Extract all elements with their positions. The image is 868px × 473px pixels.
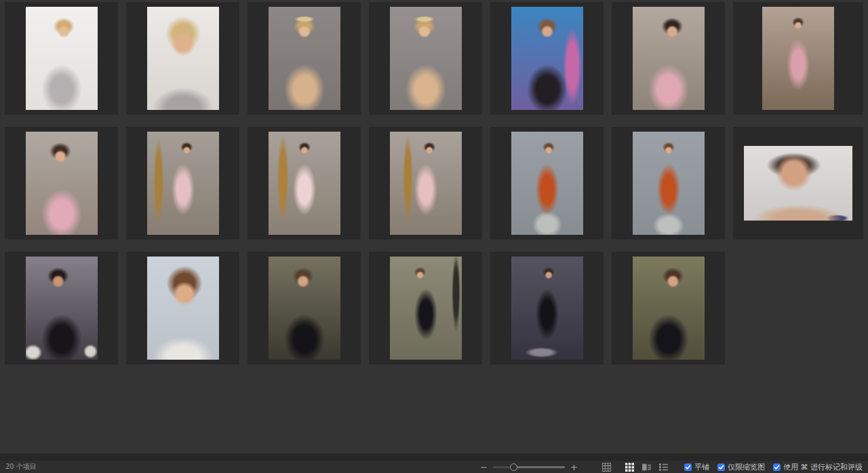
status-bar: 20 个项目 − + 平铺仅限缩览图使用 ⌘ 进行标记和评级 bbox=[0, 461, 868, 473]
photo-thumbnail[interactable] bbox=[633, 257, 705, 360]
photo-tile[interactable] bbox=[5, 127, 118, 240]
photo-thumbnail[interactable] bbox=[269, 7, 340, 110]
checkbox-icon bbox=[717, 463, 725, 471]
photo-thumbnail[interactable] bbox=[390, 132, 462, 235]
photo-thumbnail[interactable] bbox=[26, 257, 98, 360]
photo-tile[interactable] bbox=[126, 2, 239, 115]
grid-view-icon[interactable] bbox=[623, 462, 636, 472]
photo-tile[interactable] bbox=[369, 127, 482, 240]
zoom-out-button[interactable]: − bbox=[477, 463, 490, 472]
photo-thumbnail[interactable] bbox=[390, 257, 462, 360]
photo-tile[interactable] bbox=[248, 252, 361, 364]
checkbox-label: 使用 ⌘ 进行标记和评级 bbox=[783, 462, 863, 472]
photo-thumbnail[interactable] bbox=[390, 7, 462, 110]
photo-tile[interactable] bbox=[369, 252, 482, 364]
slider-knob[interactable] bbox=[510, 463, 517, 471]
photo-tile[interactable] bbox=[612, 252, 725, 364]
slider-track[interactable] bbox=[493, 466, 565, 468]
photo-thumbnail[interactable] bbox=[147, 257, 219, 360]
photo-grid bbox=[5, 2, 863, 364]
photo-tile[interactable] bbox=[126, 127, 239, 240]
checkbox-option-2[interactable]: 仅限缩览图 bbox=[717, 462, 765, 472]
photo-tile[interactable] bbox=[490, 2, 604, 115]
thumbnail-size-slider[interactable] bbox=[493, 463, 565, 471]
photo-thumbnail[interactable] bbox=[269, 257, 340, 360]
photo-thumbnail[interactable] bbox=[26, 7, 98, 110]
checkbox-label: 平铺 bbox=[694, 462, 709, 472]
photo-thumbnail[interactable] bbox=[633, 132, 705, 235]
photo-tile[interactable] bbox=[733, 2, 863, 115]
photo-tile[interactable] bbox=[5, 252, 118, 364]
photo-tile[interactable] bbox=[733, 127, 863, 240]
photo-tile[interactable] bbox=[248, 2, 361, 115]
photo-thumbnail[interactable] bbox=[633, 7, 705, 110]
view-mode-buttons bbox=[598, 462, 672, 472]
photo-thumbnail[interactable] bbox=[269, 132, 340, 235]
content-view-icon[interactable] bbox=[640, 462, 653, 472]
checkbox-icon bbox=[773, 463, 781, 471]
photo-thumbnail[interactable] bbox=[26, 132, 98, 235]
option-checkboxes: 平铺仅限缩览图使用 ⌘ 进行标记和评级 bbox=[684, 462, 863, 472]
checkbox-icon bbox=[684, 463, 692, 471]
grid-layout-icon[interactable] bbox=[600, 462, 613, 472]
photo-tile[interactable] bbox=[126, 252, 239, 364]
photo-tile[interactable] bbox=[248, 127, 361, 240]
photo-thumbnail[interactable] bbox=[511, 132, 583, 235]
photo-tile[interactable] bbox=[490, 252, 604, 364]
checkbox-option-3[interactable]: 使用 ⌘ 进行标记和评级 bbox=[773, 462, 863, 472]
photo-thumbnail[interactable] bbox=[762, 7, 834, 110]
list-view-icon[interactable] bbox=[657, 462, 670, 472]
photo-tile[interactable] bbox=[490, 127, 604, 240]
photo-tile[interactable] bbox=[612, 2, 725, 115]
zoom-in-button[interactable]: + bbox=[568, 463, 580, 472]
photo-thumbnail[interactable] bbox=[147, 132, 219, 235]
photo-thumbnail[interactable] bbox=[511, 7, 583, 110]
checkbox-label: 仅限缩览图 bbox=[728, 462, 765, 472]
photo-thumbnail[interactable] bbox=[744, 146, 852, 221]
photo-thumbnail[interactable] bbox=[147, 7, 219, 110]
photo-browser-content bbox=[0, 0, 868, 453]
photo-tile[interactable] bbox=[612, 127, 725, 240]
photo-tile[interactable] bbox=[369, 2, 482, 115]
item-count-label: 20 个项目 bbox=[5, 462, 37, 472]
photo-thumbnail[interactable] bbox=[511, 257, 583, 360]
pane-divider bbox=[0, 453, 868, 461]
photo-tile[interactable] bbox=[5, 2, 118, 115]
checkbox-option-1[interactable]: 平铺 bbox=[684, 462, 709, 472]
